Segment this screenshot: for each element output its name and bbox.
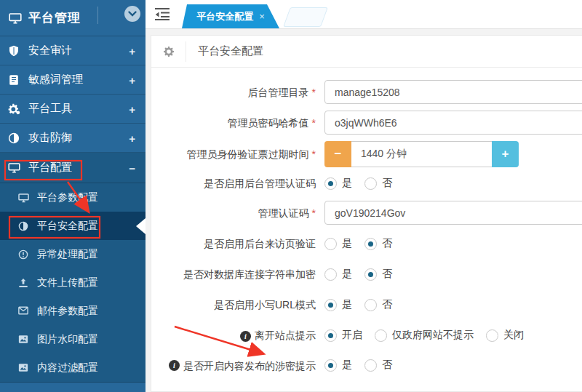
radio-icon	[375, 329, 387, 342]
form-row: i离开站点提示 开启 仅政府网站不提示 关闭	[151, 328, 582, 343]
radio-option-yes[interactable]: 是	[324, 359, 352, 372]
minus-button[interactable]: −	[324, 141, 351, 167]
radio-option-yes[interactable]: 是	[324, 177, 352, 190]
expand-plus-icon[interactable]: +	[129, 44, 135, 57]
radio-icon	[324, 177, 337, 190]
chevron-down-circle-icon[interactable]	[124, 6, 140, 22]
form-row: 管理员密码哈希值*	[151, 111, 582, 135]
sidebar-item-platform-tools[interactable]: 平台工具 +	[0, 95, 146, 124]
ticket-expire-input[interactable]	[351, 141, 492, 167]
round-shield-icon	[18, 221, 29, 231]
gear-icon	[163, 46, 175, 57]
content-area: 平台安全配置 后台管理目录* 管理员密码哈希值* 管理员身份验证票过期时间*	[146, 29, 582, 392]
radio-option-no[interactable]: 否	[364, 268, 392, 281]
sidebar-group-platform-config: 平台配置 − 平台参数配置 平台安全配置 异常处理配置	[0, 153, 146, 383]
sidebar-subitem-exception-handling[interactable]: 异常处理配置	[0, 240, 146, 268]
sidebar-subitem-file-upload[interactable]: 文件上传配置	[0, 268, 146, 297]
backend-directory-input[interactable]	[324, 80, 582, 104]
sidebar-subitem-platform-params[interactable]: 平台参数配置	[0, 183, 146, 212]
panel-header: 平台安全配置	[151, 36, 582, 68]
sidebar-subitem-mail-params[interactable]: 邮件参数配置	[0, 297, 146, 325]
sidebar-subitem-platform-security[interactable]: 平台安全配置	[0, 212, 146, 240]
radio-icon	[364, 359, 377, 372]
sidebar-item-security-audit[interactable]: 安全审计 +	[0, 36, 146, 65]
active-item-pointer	[136, 218, 146, 234]
radio-option-yes[interactable]: 是	[324, 298, 352, 311]
radio-icon	[324, 329, 337, 342]
sidebar-item-label: 攻击防御	[28, 131, 72, 145]
radio-option-on[interactable]: 开启	[324, 329, 362, 342]
sidebar-subitem-label: 异常处理配置	[37, 248, 98, 261]
envelope-icon	[18, 306, 29, 316]
sidebar-item-attack-defense[interactable]: 攻击防御 +	[0, 124, 146, 153]
required-asterisk: *	[312, 206, 316, 220]
app-title: 平台管理	[28, 9, 81, 26]
sidebar-subitem-label: 平台安全配置	[37, 220, 98, 233]
expand-plus-icon[interactable]: +	[129, 73, 135, 86]
image-icon	[18, 363, 29, 373]
radio-icon	[364, 238, 377, 250]
form-row: 管理员身份验证票过期时间* − +	[151, 141, 582, 167]
close-icon[interactable]: ×	[259, 11, 265, 22]
monitor-icon	[18, 193, 29, 203]
header-divider	[97, 7, 98, 24]
field-label: 是否启用后台来访页验证	[204, 236, 316, 251]
monitor-icon	[8, 162, 21, 174]
sidebar-header: 平台管理	[0, 0, 146, 36]
round-shield-icon	[8, 132, 21, 144]
tab-bar: 平台安全配置 ×	[146, 0, 582, 29]
radio-icon	[364, 177, 377, 190]
required-asterisk: *	[312, 85, 316, 100]
notebook-icon	[8, 74, 21, 86]
form-row: 是否对数据库连接字符串加密 是 否	[151, 267, 582, 281]
required-asterisk: *	[312, 116, 316, 130]
sidebar-item-label: 敏感词管理	[28, 73, 83, 87]
main-area: 平台安全配置 × 平台安全配置 后台管理目录*	[146, 0, 582, 392]
field-label: 离开站点提示	[255, 328, 316, 343]
expand-plus-icon[interactable]: +	[129, 132, 135, 144]
tab-platform-security-config[interactable]: 平台安全配置 ×	[182, 4, 279, 28]
tab-label: 平台安全配置	[196, 10, 253, 23]
outdent-menu-icon[interactable]	[155, 7, 170, 20]
sidebar-subitem-image-watermark[interactable]: 图片水印配置	[0, 325, 146, 353]
radio-option-off[interactable]: 关闭	[486, 329, 524, 342]
radio-option-no[interactable]: 否	[364, 359, 392, 372]
radio-option-no[interactable]: 否	[364, 237, 392, 250]
form-row: i是否开启内容发布的涉密提示 是 否	[151, 359, 582, 373]
sidebar-subitem-label: 平台参数配置	[37, 191, 98, 204]
radio-option-no[interactable]: 否	[364, 177, 392, 190]
form-row: 是否启用小写URL模式 是 否	[151, 297, 582, 312]
plus-button[interactable]: +	[492, 141, 519, 167]
form-row: 是否启用后台来访页验证 是 否	[151, 236, 582, 251]
radio-icon	[364, 268, 377, 281]
sidebar-subitem-content-filter[interactable]: 内容过滤配置	[0, 353, 146, 382]
sidebar-item-platform-config[interactable]: 平台配置 −	[0, 153, 146, 183]
info-circle-icon: i	[240, 331, 251, 342]
sidebar-subitem-label: 内容过滤配置	[37, 361, 98, 375]
shield-icon	[8, 45, 21, 57]
sidebar-subitem-label: 邮件参数配置	[37, 305, 98, 318]
radio-option-no[interactable]: 否	[364, 298, 392, 311]
expand-plus-icon[interactable]: +	[129, 103, 135, 115]
info-circle-icon: i	[169, 360, 180, 371]
radio-icon	[324, 299, 337, 311]
radio-option-yes[interactable]: 是	[324, 268, 352, 281]
form-row: 后台管理目录*	[151, 80, 582, 104]
radio-icon	[324, 238, 337, 250]
radio-icon	[324, 359, 337, 372]
sidebar-item-label: 平台工具	[28, 102, 72, 116]
page-title: 平台安全配置	[198, 44, 263, 58]
sidebar-subitem-label: 文件上传配置	[37, 276, 98, 289]
next-tab-placeholder	[283, 7, 328, 27]
admin-auth-code-input[interactable]	[324, 201, 582, 225]
field-label: 后台管理目录	[248, 85, 309, 100]
upload-icon	[18, 278, 29, 288]
sidebar-item-sensitive-words[interactable]: 敏感词管理 +	[0, 65, 146, 95]
field-label: 管理员密码哈希值	[228, 116, 309, 130]
admin-password-hash-input[interactable]	[324, 111, 582, 135]
radio-option-gov-no-prompt[interactable]: 仅政府网站不提示	[375, 329, 474, 342]
collapse-minus-icon[interactable]: −	[129, 161, 135, 174]
security-config-form: 后台管理目录* 管理员密码哈希值* 管理员身份验证票过期时间* −	[151, 68, 582, 373]
radio-option-yes[interactable]: 是	[324, 237, 352, 250]
field-label: 是否启用后台管理认证码	[204, 176, 316, 191]
